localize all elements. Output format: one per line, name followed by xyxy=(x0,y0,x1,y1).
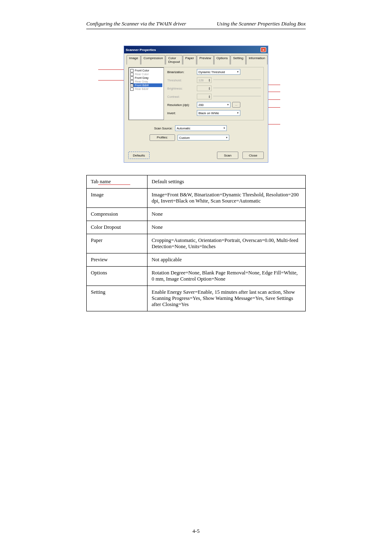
threshold-spinner: 128▴▾ xyxy=(197,77,212,83)
label-scan-source: Scan Source: xyxy=(150,127,175,130)
scan-source-dropdown[interactable]: Automatic▾ xyxy=(175,125,227,131)
brightness-slider xyxy=(213,85,261,90)
header-right: Using the Scanner Properties Dialog Box xyxy=(217,21,306,27)
contrast-slider xyxy=(213,94,261,99)
binarization-dropdown[interactable]: Dynamic Threshold▾ xyxy=(197,69,240,75)
leader-line xyxy=(98,184,130,185)
tab-information[interactable]: Information xyxy=(246,55,267,64)
profiles-dropdown[interactable]: Custom▾ xyxy=(178,135,229,140)
table-row: Tab nameDefault settings xyxy=(87,175,306,189)
table-row: CompressionNone xyxy=(87,208,306,221)
titlebar: Scanner Properties × xyxy=(124,46,268,53)
label-brightness: Brightness: xyxy=(167,87,197,90)
scan-button[interactable]: Scan xyxy=(217,152,238,159)
header-left: Configuring the Scanner via the TWAIN dr… xyxy=(86,21,186,27)
profiles-button[interactable]: Profiles: xyxy=(150,134,175,141)
resolution-more-button[interactable]: … xyxy=(232,102,240,108)
brightness-spinner: ▴▾ xyxy=(197,85,212,91)
label-contrast: Contrast: xyxy=(167,95,197,99)
tab-compression[interactable]: Compression xyxy=(141,55,165,64)
close-button[interactable]: Close xyxy=(242,152,264,159)
invert-dropdown[interactable]: Black on White▾ xyxy=(197,110,240,116)
resolution-dropdown[interactable]: 200▾ xyxy=(197,102,231,108)
th-tab: Tab name xyxy=(87,175,148,189)
tab-preview[interactable]: Preview xyxy=(197,55,213,64)
sel-front-gray[interactable]: Front Gray xyxy=(130,76,162,80)
tab-options[interactable]: Options xyxy=(214,55,231,64)
label-threshold: Threshold: xyxy=(167,78,197,82)
table-row: OptionsRotation Degree=None, Blank Page … xyxy=(87,267,306,286)
threshold-slider xyxy=(213,77,261,82)
table-row: SettingEnable Energy Saver=Enable, 15 mi… xyxy=(87,286,306,311)
tab-paper[interactable]: Paper xyxy=(183,55,196,64)
tab-color-dropout[interactable]: Color Dropout xyxy=(166,55,182,64)
tab-setting[interactable]: Setting xyxy=(231,55,246,64)
close-icon[interactable]: × xyxy=(261,47,266,52)
label-invert: Invert: xyxy=(167,111,197,115)
table-row: PreviewNot applicable xyxy=(87,253,306,267)
sel-rear-gray[interactable]: Rear Gray xyxy=(130,80,162,83)
defaults-table: Tab nameDefault settings ImageImage=Fron… xyxy=(86,175,306,311)
sel-front-color[interactable]: Front Color xyxy=(130,69,162,72)
defaults-button[interactable]: Defaults xyxy=(128,152,150,159)
sel-rear-color[interactable]: Rear Color xyxy=(130,72,162,76)
tab-strip: Image Compression Color Dropout Paper Pr… xyxy=(124,53,268,64)
table-row: Color DropoutNone xyxy=(87,221,306,234)
dialog-title: Scanner Properties xyxy=(126,48,156,52)
scanner-properties-dialog: Scanner Properties × Image Compression C… xyxy=(124,46,268,163)
th-def: Default settings xyxy=(148,175,306,189)
image-selection-box[interactable]: Front Color Rear Color Front Gray Rear G… xyxy=(129,67,164,120)
contrast-spinner: ▴▾ xyxy=(197,94,212,99)
table-row: ImageImage=Front B&W, Binarization=Dynam… xyxy=(87,189,306,208)
table-row: PaperCropping=Automatic, Orientation=Por… xyxy=(87,234,306,253)
page-number: 4-5 xyxy=(0,528,392,534)
page-header: Configuring the Scanner via the TWAIN dr… xyxy=(86,21,306,29)
label-resolution: Resolution (dpi): xyxy=(167,103,197,107)
sel-front-bw[interactable]: ✓Front B&W xyxy=(130,83,162,87)
sel-rear-bw[interactable]: Rear B&W xyxy=(130,87,162,91)
label-binarization: Binarization: xyxy=(167,70,197,74)
tab-image[interactable]: Image xyxy=(127,55,141,64)
